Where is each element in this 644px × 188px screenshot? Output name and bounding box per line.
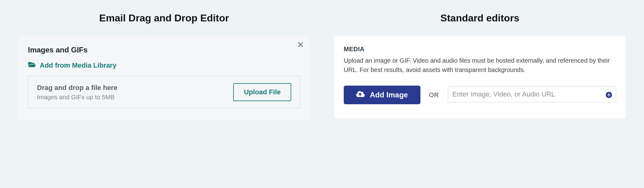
or-separator-label: OR	[429, 92, 439, 99]
panel-description-media: Upload an image or GIF. Video and audio …	[344, 56, 616, 74]
dropzone-text: Drag and drop a file here Images and GIF…	[37, 84, 117, 101]
add-image-button[interactable]: Add Image	[344, 86, 420, 104]
dropzone-title: Drag and drop a file here	[37, 84, 117, 92]
panel-title-images: Images and GIFs	[28, 46, 300, 54]
add-from-media-library-link[interactable]: Add from Media Library	[28, 61, 300, 70]
folder-open-icon	[28, 61, 36, 70]
media-library-link-label: Add from Media Library	[40, 61, 116, 69]
file-dropzone[interactable]: Drag and drop a file here Images and GIF…	[28, 76, 300, 108]
panel-images-and-gifs: ✕ Images and GIFs Add from Media Library…	[19, 36, 310, 121]
media-url-input[interactable]	[448, 86, 616, 102]
add-url-icon[interactable]	[605, 92, 612, 98]
panel-title-media: MEDIA	[344, 46, 616, 53]
svg-rect-2	[607, 95, 611, 95]
dropzone-subtitle: Images and GIFs up to 5MB	[37, 94, 117, 101]
add-image-button-label: Add Image	[370, 91, 408, 99]
close-icon[interactable]: ✕	[297, 41, 304, 49]
heading-drag-drop-editor: Email Drag and Drop Editor	[99, 12, 229, 24]
upload-file-button[interactable]: Upload File	[233, 83, 291, 101]
media-url-field-wrap	[448, 86, 616, 104]
heading-standard-editors: Standard editors	[440, 12, 519, 24]
column-standard-editors: Standard editors MEDIA Upload an image o…	[334, 12, 625, 121]
media-input-row: Add Image OR	[344, 86, 616, 104]
column-drag-drop-editor: Email Drag and Drop Editor ✕ Images and …	[19, 12, 310, 121]
cloud-upload-icon	[356, 91, 365, 99]
panel-media: MEDIA Upload an image or GIF. Video and …	[334, 36, 625, 118]
